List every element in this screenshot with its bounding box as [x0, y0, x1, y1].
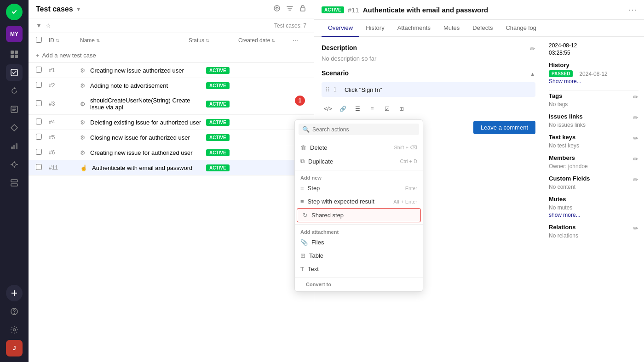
status-sort-icon[interactable]: ⇅: [206, 38, 209, 43]
user-avatar[interactable]: J: [6, 340, 23, 356]
delete-shortcut: Shift + ⌫: [394, 145, 417, 151]
header-checkbox-col: [36, 37, 45, 44]
step-expected-shortcut: Alt + Enter: [393, 199, 417, 204]
detail-tabs: Overview History Attachments Mutes Defec…: [314, 20, 644, 37]
svg-rect-12: [16, 143, 17, 149]
tags-edit-icon[interactable]: ✏: [633, 93, 638, 101]
header-more[interactable]: ⋯: [293, 37, 306, 44]
nav-tasks[interactable]: [6, 101, 23, 118]
panel-title-chevron[interactable]: ▼: [76, 6, 81, 12]
tags-title: Tags: [549, 92, 562, 99]
tab-changelog[interactable]: Change log: [499, 20, 543, 37]
toolbar-list-ol[interactable]: ≡: [366, 102, 379, 115]
leave-comment-button[interactable]: Leave a comment: [473, 121, 535, 134]
row-checkbox[interactable]: [36, 82, 45, 89]
toolbar-link[interactable]: 🔗: [336, 102, 349, 115]
tab-defects[interactable]: Defects: [466, 20, 499, 37]
nav-storage[interactable]: [6, 175, 23, 191]
nav-settings[interactable]: [6, 322, 23, 338]
detail-more-icon[interactable]: ⋯: [628, 5, 637, 15]
ctx-table-left: ⊞ Table: [300, 252, 323, 259]
row-name: Authenticate with email and password: [92, 164, 202, 171]
tab-history[interactable]: History: [359, 20, 391, 37]
tab-mutes[interactable]: Mutes: [437, 20, 466, 37]
custom-fields-edit-icon[interactable]: ✏: [633, 176, 638, 183]
row-checkbox[interactable]: [36, 119, 45, 126]
sidebar-relations-section: Relations ✏ No relations: [549, 224, 638, 239]
ctx-delete-item[interactable]: 🗑 Delete Shift + ⌫: [295, 141, 423, 154]
date-sort-icon[interactable]: ⇅: [271, 38, 275, 43]
nav-deploy[interactable]: [6, 119, 23, 136]
ctx-step-item[interactable]: ≡ Step Enter: [295, 181, 423, 195]
ctx-shared-step-left: ↻ Shared step: [303, 212, 344, 219]
select-all-checkbox[interactable]: [36, 37, 42, 43]
workspace-avatar[interactable]: MY: [6, 26, 23, 42]
nav-chart[interactable]: [6, 138, 23, 154]
issues-edit-icon[interactable]: ✏: [633, 114, 638, 121]
nav-help[interactable]: [6, 303, 23, 320]
add-plus-icon: +: [36, 52, 40, 59]
nav-test-cases[interactable]: [6, 64, 23, 81]
test-icon: ⚙: [80, 149, 86, 156]
annotation-badge-1: 1: [295, 96, 305, 106]
history-show-more[interactable]: Show more...: [549, 78, 638, 85]
ctx-files-item[interactable]: 📎 Files: [295, 236, 423, 249]
table-row[interactable]: #1 ⚙ Creating new issue authorized user …: [29, 63, 314, 78]
description-edit-icon[interactable]: ✏: [530, 45, 535, 52]
toolbar-code[interactable]: </>: [322, 102, 334, 115]
table-row[interactable]: #6 ⚙ Creating new issue for authorized u…: [29, 145, 314, 160]
search-actions-input[interactable]: [312, 126, 415, 133]
row-checkbox[interactable]: [36, 164, 45, 171]
ctx-text-item[interactable]: T Text: [295, 262, 423, 276]
test-icon: ⚙: [80, 82, 86, 89]
upload-icon[interactable]: [273, 5, 281, 13]
table-row[interactable]: #4 ⚙ Deleting existing issue for authori…: [29, 115, 314, 130]
row-checkbox[interactable]: [36, 134, 45, 141]
svg-rect-1: [11, 51, 14, 54]
panel-header-actions: [273, 5, 306, 13]
ctx-step-expected-item[interactable]: ≡ Step with expected result Alt + Enter: [295, 195, 423, 208]
toolbar-table[interactable]: ⊞: [395, 102, 408, 115]
toolbar-list-ul[interactable]: ☰: [351, 102, 364, 115]
test-keys-edit-icon[interactable]: ✏: [633, 135, 638, 142]
sidebar-date: 2024-08-12: [549, 42, 638, 49]
filter-icon[interactable]: [286, 5, 293, 13]
relations-edit-icon[interactable]: ✏: [633, 225, 638, 232]
id-sort-icon[interactable]: ⇅: [56, 38, 59, 43]
star-icon[interactable]: ☆: [46, 22, 51, 29]
nav-bug[interactable]: [6, 156, 23, 173]
ctx-duplicate-item[interactable]: ⧉ Duplicate Ctrl + D: [295, 154, 423, 168]
members-edit-icon[interactable]: ✏: [633, 155, 638, 163]
test-icon: ☝: [80, 164, 87, 171]
table-row[interactable]: #3 ⚙ shouldCreateUserNote(String) Create…: [29, 93, 314, 115]
tab-attachments[interactable]: Attachments: [391, 20, 437, 37]
context-menu-search-section: 🔍: [295, 120, 423, 139]
collapse-icon[interactable]: ▼: [36, 22, 42, 29]
table-row[interactable]: #5 ⚙ Closing new issue for authorized us…: [29, 130, 314, 145]
ctx-add-new-label: Add new: [295, 172, 423, 181]
lock-icon[interactable]: [299, 5, 306, 13]
step-expected-icon: ≡: [300, 198, 304, 205]
nav-add[interactable]: [6, 285, 23, 301]
row-checkbox[interactable]: [36, 100, 45, 107]
scenario-collapse-icon[interactable]: ▲: [529, 71, 535, 78]
row-id: #6: [49, 149, 76, 156]
name-sort-icon[interactable]: ⇅: [96, 38, 100, 43]
add-test-case-row[interactable]: + Add a new test case: [29, 48, 314, 63]
row-id: #1: [49, 67, 76, 74]
sidebar-date-section: 2024-08-12 03:28:55: [549, 42, 638, 56]
header-status: Status ⇅: [189, 37, 235, 44]
row-checkbox[interactable]: [36, 149, 45, 156]
ctx-shared-step-item[interactable]: ↻ Shared step: [297, 208, 421, 222]
nav-refresh[interactable]: [6, 83, 23, 99]
ctx-table-item[interactable]: ⊞ Table: [295, 249, 423, 262]
text-icon: T: [300, 266, 304, 272]
nav-dashboard[interactable]: [6, 46, 23, 62]
table-row[interactable]: #2 ⚙ Adding note to advertisement ACTIVE: [29, 78, 314, 93]
mutes-show-more[interactable]: show more...: [549, 212, 638, 218]
row-checkbox[interactable]: [36, 67, 45, 74]
table-row[interactable]: #11 ☝ Authenticate with email and passwo…: [29, 160, 314, 175]
tab-overview[interactable]: Overview: [322, 20, 359, 37]
toolbar-checklist[interactable]: ☑: [380, 102, 393, 115]
step-drag-handle[interactable]: ⠿: [325, 86, 330, 93]
